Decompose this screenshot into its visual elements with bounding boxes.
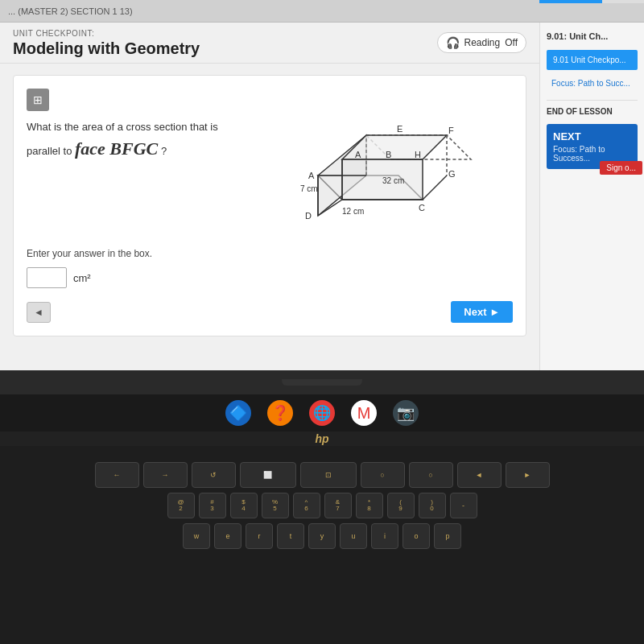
question-text: What is the area of a cross section that… [27, 119, 252, 162]
key-y[interactable]: y [308, 523, 336, 549]
key-bright-up[interactable]: ○ [409, 462, 453, 488]
key-star-8[interactable]: *8 [356, 493, 383, 518]
progress-bar-fill [539, 0, 602, 3]
key-dollar-4[interactable]: $4 [230, 493, 258, 518]
answer-input-row: cm² [27, 267, 513, 288]
sign-out-button[interactable]: Sign o... [600, 161, 642, 175]
headphones-icon: 🎧 [446, 36, 460, 49]
answer-section: Enter your answer in the box. cm² [27, 248, 513, 288]
taskbar-icon-chrome[interactable]: 🌐 [309, 400, 335, 426]
label-B: B [386, 150, 391, 159]
key-vol-up[interactable]: ► [506, 462, 550, 488]
key-t[interactable]: t [277, 523, 304, 549]
question-text-area: What is the area of a cross section that… [27, 119, 252, 232]
key-w[interactable]: w [183, 523, 210, 549]
taskbar-icon-camera[interactable]: 📷 [393, 400, 419, 426]
page-header: UNIT CHECKPOINT: Modeling with Geometry … [0, 23, 539, 64]
label-A: A [355, 150, 361, 159]
reading-label: Reading [464, 37, 501, 48]
back-button[interactable]: ◄ [27, 302, 51, 323]
key-caret-6[interactable]: ^6 [293, 493, 320, 518]
key-bright-down[interactable]: ○ [361, 462, 405, 488]
key-switch[interactable]: ⊡ [300, 462, 357, 488]
end-of-lesson-label: END OF LESSON [547, 100, 638, 116]
label-D: D [305, 211, 312, 221]
key-at-2[interactable]: @2 [167, 493, 195, 518]
key-hash-3[interactable]: #3 [199, 493, 226, 518]
diagram-area: E F A B H G A D C 7 cm 12 cm 3 [268, 119, 513, 232]
answer-input[interactable] [27, 267, 67, 288]
sidebar-item-active[interactable]: 9.01 Unit Checkpo... [547, 50, 638, 70]
keyboard-area: ← → ↺ ⬜ ⊡ ○ ○ ◄ ► @2 #3 $4 %5 ^6 &7 *8 (… [0, 446, 644, 644]
key-lparen-9[interactable]: (9 [387, 493, 415, 518]
laptop-bezel [0, 370, 644, 394]
dim-32cm: 32 cm [382, 176, 404, 185]
left-content: UNIT CHECKPOINT: Modeling with Geometry … [0, 23, 539, 370]
geometry-diagram: E F A B H G A D C 7 cm 12 cm 3 [294, 119, 487, 232]
next-section-title: NEXT [553, 130, 631, 142]
next-section-desc: Focus: Path to Success... [553, 145, 631, 163]
key-fullscreen[interactable]: ⬜ [240, 462, 296, 488]
taskbar-icon-gmail[interactable]: M [351, 400, 377, 426]
right-sidebar: 9.01: Unit Ch... 9.01 Unit Checkpo... Fo… [539, 23, 644, 370]
card-footer: ◄ Next ► [27, 301, 513, 323]
main-area: UNIT CHECKPOINT: Modeling with Geometry … [0, 23, 644, 370]
key-u[interactable]: u [340, 523, 367, 549]
key-back[interactable]: ← [95, 462, 139, 488]
key-amp-7[interactable]: &7 [324, 493, 352, 518]
label-C: C [419, 203, 425, 213]
keyboard-rows: ← → ↺ ⬜ ⊡ ○ ○ ◄ ► @2 #3 $4 %5 ^6 &7 *8 (… [16, 454, 628, 549]
sidebar-title: 9.01: Unit Ch... [547, 31, 638, 42]
next-button[interactable]: Next ► [451, 301, 513, 323]
key-r[interactable]: r [246, 523, 273, 549]
top-bar-text: ... (MASTER 2) SECTION 1 13) [8, 6, 133, 16]
dim-7cm: 7 cm [300, 184, 318, 193]
reading-button[interactable]: 🎧 Reading Off [437, 32, 527, 53]
calculator-icon: ⊞ [27, 89, 49, 111]
key-minus[interactable]: - [450, 493, 477, 518]
key-i[interactable]: i [371, 523, 398, 549]
label-E: E [397, 124, 402, 134]
question-content: What is the area of a cross section that… [27, 119, 513, 232]
taskbar: 🔷 ❓ 🌐 M 📷 [0, 394, 644, 431]
taskbar-icon-diamond[interactable]: 🔷 [225, 400, 251, 426]
key-refresh[interactable]: ↺ [192, 462, 236, 488]
laptop-hinge [282, 379, 362, 386]
label-H: H [415, 150, 421, 159]
laptop-screen: ... (MASTER 2) SECTION 1 13) UNIT CHECKP… [0, 0, 644, 370]
key-row-3: w e r t y u i o p [16, 523, 628, 549]
sidebar-item-inactive[interactable]: Focus: Path to Succ... [547, 75, 638, 92]
unit-label: cm² [73, 272, 91, 284]
hp-logo-strip: hp [0, 431, 644, 446]
key-e[interactable]: e [214, 523, 242, 549]
key-forward[interactable]: → [143, 462, 188, 488]
svg-line-6 [423, 175, 447, 200]
taskbar-icon-help[interactable]: ❓ [267, 400, 293, 426]
key-vol-down[interactable]: ◄ [457, 462, 502, 488]
key-rparen-0[interactable]: )0 [419, 493, 446, 518]
dim-12cm: 12 cm [342, 207, 364, 216]
key-o[interactable]: o [402, 523, 430, 549]
label-G: G [448, 169, 456, 179]
hp-logo: hp [315, 429, 328, 448]
key-row-2: @2 #3 $4 %5 ^6 &7 *8 (9 )0 - [16, 493, 628, 518]
key-row-1: ← → ↺ ⬜ ⊡ ○ ○ ◄ ► [16, 462, 628, 488]
key-p[interactable]: p [434, 523, 461, 549]
browser-top-bar: ... (MASTER 2) SECTION 1 13) [0, 0, 644, 23]
enter-answer-label: Enter your answer in the box. [27, 248, 513, 259]
face-label: face BFGC [75, 138, 158, 159]
progress-bar-container [539, 0, 644, 3]
question-card: ⊞ What is the area of a cross section th… [13, 75, 526, 336]
reading-status: Off [505, 37, 518, 48]
label-F: F [448, 126, 454, 135]
label-A2: A [308, 171, 315, 180]
key-percent-5[interactable]: %5 [262, 493, 289, 518]
